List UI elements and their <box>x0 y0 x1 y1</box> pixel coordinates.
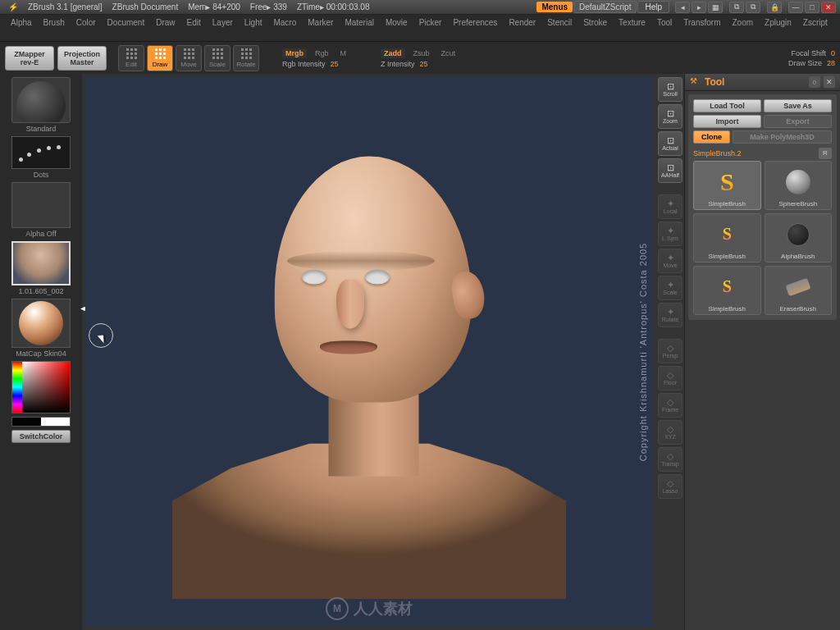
model-render <box>172 124 566 600</box>
mrgb-mode[interactable]: Mrgb <box>282 48 307 58</box>
menu-material[interactable]: Material <box>339 16 380 29</box>
texture-preview[interactable] <box>11 241 71 285</box>
menu-alpha[interactable]: Alpha <box>5 16 38 29</box>
doc-title: ZBrush Document <box>107 2 184 11</box>
projection-master-button[interactable]: ProjectionMaster <box>57 46 107 71</box>
tool-simplebrush-4[interactable]: SSimpleBrush <box>693 266 761 315</box>
transp-button[interactable]: ◇Transp <box>658 447 682 472</box>
menubar: AlphaBrushColorDocumentDrawEditLayerLigh… <box>0 15 840 41</box>
default-zscript-button[interactable]: DefaultZScript <box>573 1 637 13</box>
menu-marker[interactable]: Marker <box>302 16 339 29</box>
tool-hammer-icon: ⚒ <box>690 76 701 88</box>
menu-draw[interactable]: Draw <box>150 16 180 29</box>
rotate-button[interactable]: ✦Rotate <box>658 303 682 327</box>
tool-simplebrush-2[interactable]: SSimpleBrush <box>693 213 761 262</box>
menu-transform[interactable]: Transform <box>678 16 726 29</box>
menu-light[interactable]: Light <box>239 16 268 29</box>
menu-preferences[interactable]: Preferences <box>447 16 503 29</box>
ztime-readout: ZTime▸ 00:00:03.08 <box>292 2 375 11</box>
scroll-button[interactable]: ⊡Scroll <box>658 77 682 102</box>
maximize-icon[interactable]: □ <box>805 2 819 13</box>
color-picker[interactable] <box>11 361 71 413</box>
right-nav-tools: ⊡Scroll⊡Zoom⊡Actual⊡AAHalf✦Local✦L.Sym✦M… <box>656 74 684 630</box>
left-panel: Standard Dots Alpha Off 1.01.605_002 Mat… <box>0 74 82 630</box>
scale-mode-button[interactable]: Scale <box>204 45 231 71</box>
lock-icon[interactable]: 🔒 <box>767 2 782 13</box>
menu-render[interactable]: Render <box>503 16 541 29</box>
aahalf-button[interactable]: ⊡AAHalf <box>658 158 682 183</box>
canvas-area: ◂▸ Copyright Krishnamurti 'Antropus' Cos… <box>82 74 656 630</box>
export-button[interactable]: Export <box>764 115 832 128</box>
lasso-button[interactable]: ◇Lasso <box>658 474 682 499</box>
xyz-button[interactable]: ◇XYZ <box>658 420 682 445</box>
tool-panel: ⚒ Tool ○ ✕ Load Tool Save As Import Expo… <box>684 74 840 630</box>
tool-alphabrush-3[interactable]: AlphaBrush <box>765 213 833 262</box>
mem-readout: Mem▸ 84+200 <box>183 2 245 11</box>
rotate-mode-button[interactable]: Rotate <box>233 45 259 71</box>
copyright-text: Copyright Krishnamurti 'Antropus' Costa … <box>638 243 648 461</box>
free-readout: Free▸ 339 <box>245 2 292 11</box>
titlebar: ⚡ ZBrush 3.1 [general] ZBrush Document M… <box>0 0 840 15</box>
menu-zplugin[interactable]: Zplugin <box>759 16 797 29</box>
load-tool-button[interactable]: Load Tool <box>693 99 761 112</box>
next-icon[interactable]: ▸ <box>692 2 706 13</box>
menu-stencil[interactable]: Stencil <box>541 16 578 29</box>
menu-zoom[interactable]: Zoom <box>726 16 759 29</box>
z-readout: Zadd Zsub Zcut Z Intensity 25 <box>381 48 459 68</box>
make-polymesh-button[interactable]: Make PolyMesh3D <box>733 130 832 144</box>
menu-stroke[interactable]: Stroke <box>578 16 613 29</box>
actual-button[interactable]: ⊡Actual <box>658 131 682 156</box>
tool-spherebrush-1[interactable]: SphereBrush <box>765 161 833 210</box>
move-button[interactable]: ✦Move <box>658 249 682 273</box>
r-button[interactable]: R <box>819 148 832 159</box>
switch-color-button[interactable]: SwitchColor <box>11 430 71 443</box>
focal-draw-readout: Focal Shift 0 Draw Size 28 <box>788 49 835 67</box>
menu-edit[interactable]: Edit <box>181 16 207 29</box>
rgb-readout: Mrgb Rgb M Rgb Intensity 25 <box>282 48 349 68</box>
color-swatches[interactable] <box>11 417 71 427</box>
lsym-button[interactable]: ✦L.Sym <box>658 221 682 246</box>
persp-button[interactable]: ◇Persp <box>658 339 682 363</box>
win2-icon[interactable]: ⧉ <box>746 2 760 13</box>
menu-picker[interactable]: Picker <box>413 16 448 29</box>
menu-zscript[interactable]: Zscript <box>797 16 833 29</box>
tool-eraserbrush-5[interactable]: EraserBrush <box>765 266 833 315</box>
help-button[interactable]: Help <box>637 1 669 13</box>
menus-button[interactable]: Menus <box>536 2 573 12</box>
menu-texture[interactable]: Texture <box>613 16 651 29</box>
zadd-mode[interactable]: Zadd <box>381 48 405 58</box>
zoom-button[interactable]: ⊡Zoom <box>658 104 682 129</box>
menu-document[interactable]: Document <box>102 16 151 29</box>
win1-icon[interactable]: ⧉ <box>729 2 744 13</box>
panel-pin-icon[interactable]: ○ <box>809 76 820 88</box>
minimize-icon[interactable]: — <box>788 2 803 13</box>
clone-button[interactable]: Clone <box>693 130 730 144</box>
brush-preview[interactable] <box>11 77 71 123</box>
menu-tool[interactable]: Tool <box>651 16 678 29</box>
layout-icon[interactable]: ▦ <box>708 2 723 13</box>
draw-mode-button[interactable]: Draw <box>147 45 173 71</box>
import-button[interactable]: Import <box>693 115 761 128</box>
stroke-preview[interactable] <box>11 136 71 169</box>
viewport-canvas[interactable]: Copyright Krishnamurti 'Antropus' Costa … <box>85 77 653 627</box>
menu-brush[interactable]: Brush <box>38 16 71 29</box>
menu-color[interactable]: Color <box>71 16 102 29</box>
prev-icon[interactable]: ◂ <box>675 2 690 13</box>
menu-macro[interactable]: Macro <box>267 16 302 29</box>
menu-movie[interactable]: Movie <box>380 16 413 29</box>
scale-button[interactable]: ✦Scale <box>658 276 682 300</box>
local-button[interactable]: ✦Local <box>658 194 682 219</box>
zmapper-button[interactable]: ZMapperrev-E <box>5 46 54 71</box>
edit-mode-button[interactable]: Edit <box>118 45 144 71</box>
floor-button[interactable]: ◇Floor <box>658 366 682 390</box>
move-mode-button[interactable]: Move <box>176 45 202 71</box>
frame-button[interactable]: ◇Frame <box>658 393 682 418</box>
panel-close-icon[interactable]: ✕ <box>824 76 835 88</box>
save-as-button[interactable]: Save As <box>764 99 832 112</box>
close-icon[interactable]: ✕ <box>821 2 836 13</box>
material-preview[interactable] <box>11 299 71 348</box>
alpha-preview[interactable] <box>11 182 71 228</box>
watermark: M 人人素材 <box>326 597 413 620</box>
tool-simplebrush-0[interactable]: SSimpleBrush <box>693 161 761 210</box>
menu-layer[interactable]: Layer <box>207 16 239 29</box>
